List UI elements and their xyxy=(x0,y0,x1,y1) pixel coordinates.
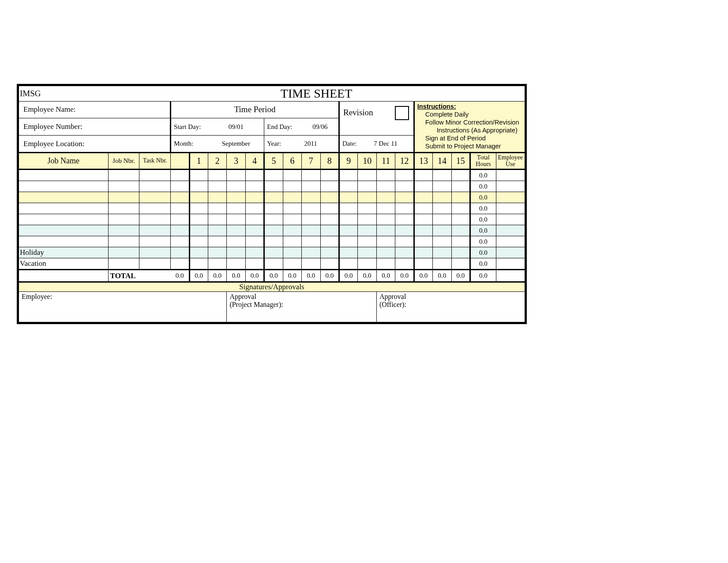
hour-cell[interactable] xyxy=(264,181,283,192)
row-job-name[interactable] xyxy=(19,236,108,247)
row-employee-use[interactable] xyxy=(496,170,525,181)
hour-cell[interactable] xyxy=(189,258,208,270)
hour-cell[interactable] xyxy=(414,236,432,247)
hour-cell[interactable] xyxy=(189,214,208,225)
row-employee-use[interactable] xyxy=(496,258,525,270)
hour-cell[interactable] xyxy=(320,170,339,181)
hour-cell[interactable] xyxy=(189,203,208,214)
hour-cell[interactable] xyxy=(414,214,432,225)
hour-cell[interactable] xyxy=(395,258,414,270)
hour-cell[interactable] xyxy=(358,203,376,214)
row-task-nbr[interactable] xyxy=(139,203,171,214)
row-job-nbr[interactable] xyxy=(108,192,139,203)
hour-cell[interactable] xyxy=(433,192,451,203)
hour-cell[interactable] xyxy=(189,170,208,181)
hour-cell[interactable] xyxy=(320,225,339,236)
row-task-nbr[interactable] xyxy=(139,258,171,270)
value-year[interactable]: 2011 xyxy=(283,136,339,153)
hour-cell[interactable] xyxy=(245,214,264,225)
value-end-day[interactable]: 09/06 xyxy=(302,118,339,136)
hour-cell[interactable] xyxy=(376,214,395,225)
hour-cell[interactable] xyxy=(320,247,339,258)
signature-officer[interactable]: Approval(Officer): xyxy=(376,292,525,322)
hour-cell[interactable] xyxy=(283,258,301,270)
row-job-nbr[interactable] xyxy=(108,203,139,214)
row-task-nbr[interactable] xyxy=(139,214,171,225)
hour-cell[interactable] xyxy=(264,258,283,270)
hour-cell[interactable] xyxy=(339,170,358,181)
hour-cell[interactable] xyxy=(451,225,470,236)
hour-cell[interactable] xyxy=(320,203,339,214)
hour-cell[interactable] xyxy=(245,181,264,192)
hour-cell[interactable] xyxy=(245,225,264,236)
hour-cell[interactable] xyxy=(414,225,432,236)
hour-cell[interactable] xyxy=(208,225,226,236)
hour-cell[interactable] xyxy=(358,236,376,247)
hour-cell[interactable] xyxy=(245,247,264,258)
row-job-name[interactable]: Holiday xyxy=(19,247,108,258)
row-job-name[interactable] xyxy=(19,225,108,236)
hour-cell[interactable] xyxy=(358,258,376,270)
hour-cell[interactable] xyxy=(302,170,320,181)
hour-cell[interactable] xyxy=(264,225,283,236)
hour-cell[interactable] xyxy=(227,236,245,247)
row-job-name[interactable] xyxy=(19,181,108,192)
hour-cell[interactable] xyxy=(395,170,414,181)
row-task-nbr[interactable] xyxy=(139,236,171,247)
hour-cell[interactable] xyxy=(376,192,395,203)
row-job-name[interactable] xyxy=(19,214,108,225)
hour-cell[interactable] xyxy=(208,192,226,203)
value-start-day[interactable]: 09/01 xyxy=(208,118,264,136)
hour-cell[interactable] xyxy=(245,192,264,203)
hour-cell[interactable] xyxy=(451,214,470,225)
hour-cell[interactable] xyxy=(189,247,208,258)
hour-cell[interactable] xyxy=(302,192,320,203)
hour-cell[interactable] xyxy=(208,203,226,214)
row-employee-use[interactable] xyxy=(496,181,525,192)
hour-cell[interactable] xyxy=(433,214,451,225)
row-task-nbr[interactable] xyxy=(139,225,171,236)
hour-cell[interactable] xyxy=(451,203,470,214)
row-task-nbr[interactable] xyxy=(139,192,171,203)
hour-cell[interactable] xyxy=(451,247,470,258)
row-job-name[interactable] xyxy=(19,203,108,214)
hour-cell[interactable] xyxy=(302,214,320,225)
hour-cell[interactable] xyxy=(358,181,376,192)
hour-cell[interactable] xyxy=(414,247,432,258)
hour-cell[interactable] xyxy=(376,247,395,258)
hour-cell[interactable] xyxy=(320,181,339,192)
hour-cell[interactable] xyxy=(227,258,245,270)
hour-cell[interactable] xyxy=(320,258,339,270)
row-task-nbr[interactable] xyxy=(139,247,171,258)
hour-cell[interactable] xyxy=(302,181,320,192)
hour-cell[interactable] xyxy=(264,247,283,258)
hour-cell[interactable] xyxy=(376,258,395,270)
hour-cell[interactable] xyxy=(245,258,264,270)
hour-cell[interactable] xyxy=(320,236,339,247)
hour-cell[interactable] xyxy=(451,258,470,270)
hour-cell[interactable] xyxy=(433,225,451,236)
row-employee-use[interactable] xyxy=(496,247,525,258)
hour-cell[interactable] xyxy=(395,181,414,192)
hour-cell[interactable] xyxy=(433,236,451,247)
hour-cell[interactable] xyxy=(395,247,414,258)
hour-cell[interactable] xyxy=(339,225,358,236)
hour-cell[interactable] xyxy=(283,181,301,192)
hour-cell[interactable] xyxy=(395,192,414,203)
hour-cell[interactable] xyxy=(189,225,208,236)
hour-cell[interactable] xyxy=(433,203,451,214)
hour-cell[interactable] xyxy=(283,203,301,214)
row-job-nbr[interactable] xyxy=(108,214,139,225)
hour-cell[interactable] xyxy=(227,192,245,203)
hour-cell[interactable] xyxy=(208,181,226,192)
row-employee-use[interactable] xyxy=(496,236,525,247)
revision-box[interactable] xyxy=(395,106,409,120)
hour-cell[interactable] xyxy=(376,203,395,214)
hour-cell[interactable] xyxy=(208,258,226,270)
hour-cell[interactable] xyxy=(339,247,358,258)
hour-cell[interactable] xyxy=(395,203,414,214)
hour-cell[interactable] xyxy=(264,203,283,214)
hour-cell[interactable] xyxy=(358,225,376,236)
hour-cell[interactable] xyxy=(414,203,432,214)
row-employee-use[interactable] xyxy=(496,225,525,236)
